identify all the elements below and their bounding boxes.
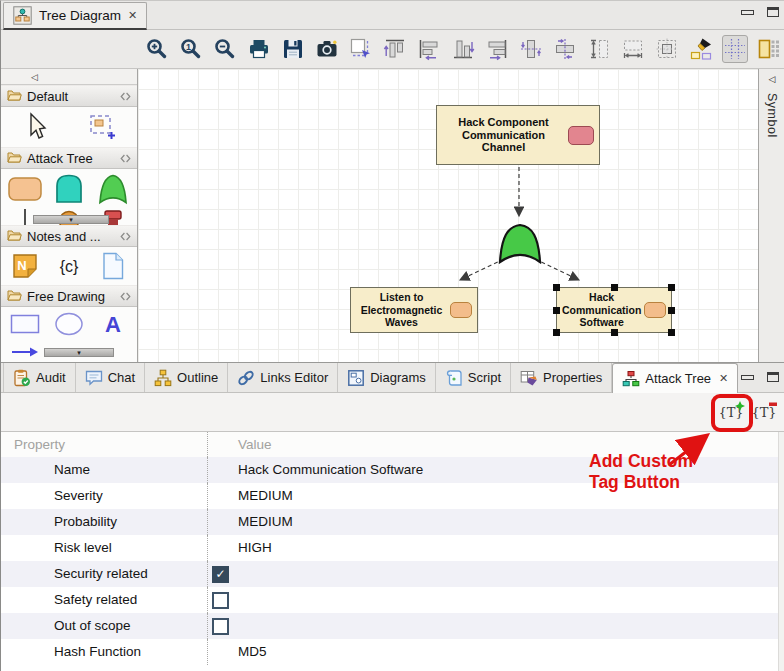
marquee-tool[interactable] xyxy=(69,112,135,142)
value-text: MEDIUM xyxy=(238,509,293,535)
match-height-icon[interactable] xyxy=(586,35,612,63)
palette-section-label: Free Drawing xyxy=(27,289,105,304)
constraint-tool[interactable]: {c} xyxy=(47,253,91,279)
tab-tree-diagram[interactable]: Tree Diagram ✕ xyxy=(3,2,147,30)
maximize-icon[interactable] xyxy=(767,372,779,382)
outline-mode-icon[interactable] xyxy=(756,35,782,63)
selection-handle[interactable] xyxy=(611,284,618,291)
remove-tag-button[interactable]: {T} xyxy=(750,398,782,426)
or-gate-tool[interactable] xyxy=(91,173,135,205)
selection-handle[interactable] xyxy=(553,329,560,336)
close-icon[interactable]: ✕ xyxy=(128,9,137,22)
node-hack-component-communication-channel[interactable]: Hack Component Communication Channel xyxy=(436,105,600,165)
or-gate-node[interactable] xyxy=(498,222,542,268)
checkbox-unchecked[interactable] xyxy=(212,592,229,609)
symbol-collapsed-panel[interactable]: ◁ Symbol xyxy=(758,69,784,362)
text-tool[interactable]: A xyxy=(91,311,135,337)
snap-to-grid-icon[interactable] xyxy=(654,35,680,63)
maximize-icon[interactable] xyxy=(767,7,779,17)
selection-handle[interactable] xyxy=(611,329,618,336)
palette-section-header[interactable]: Default xyxy=(1,85,137,107)
minimize-icon[interactable] xyxy=(741,10,754,15)
tab-attack-tree[interactable]: Attack Tree✕ xyxy=(612,363,738,393)
editor-body: ◁ DefaultAttack Tree▾Notes and ...N{c}Fr… xyxy=(1,68,784,362)
align-right-icon[interactable] xyxy=(484,35,510,63)
tab-close-icon[interactable]: ✕ xyxy=(719,372,728,385)
palette-section-label: Attack Tree xyxy=(27,151,93,166)
checkbox-unchecked[interactable] xyxy=(212,618,229,635)
pin-icon[interactable] xyxy=(120,232,131,241)
tab-label: Script xyxy=(468,370,501,385)
marquee-select-icon[interactable] xyxy=(348,35,374,63)
palette-row: A xyxy=(1,307,137,341)
column-header-value[interactable]: Value xyxy=(208,432,784,457)
palette-section-header[interactable]: Attack Tree xyxy=(1,147,137,169)
tab-properties[interactable]: Properties xyxy=(511,363,612,392)
tab-audit[interactable]: Audit xyxy=(3,363,76,392)
match-width-icon[interactable] xyxy=(620,35,646,63)
tab-diagrams[interactable]: Diagrams xyxy=(338,363,436,392)
screenshot-icon[interactable] xyxy=(314,35,340,63)
connection-tool[interactable] xyxy=(11,345,39,359)
node-label: Hack Component Communication Channel xyxy=(442,116,565,155)
pin-icon[interactable] xyxy=(120,92,131,101)
tab-chat[interactable]: Chat xyxy=(76,363,145,392)
tab-outline[interactable]: Outline xyxy=(145,363,228,392)
tab-links-editor[interactable]: Links Editor xyxy=(228,363,338,392)
palette-section-scrollbar[interactable]: ▾ xyxy=(33,215,109,224)
table-v-scrollbar[interactable] xyxy=(778,432,784,671)
selection-handle[interactable] xyxy=(553,307,560,314)
property-cell: Probability xyxy=(1,509,208,535)
align-bottom-icon[interactable] xyxy=(450,35,476,63)
palette-overflow-row: ▾ xyxy=(1,209,137,225)
ellipse-tool[interactable] xyxy=(47,311,91,337)
value-cell: HIGH xyxy=(208,535,784,561)
collapse-left-icon[interactable]: ◁ xyxy=(31,72,38,82)
document-tool[interactable] xyxy=(91,251,135,281)
svg-text:1: 1 xyxy=(186,42,191,52)
column-header-property[interactable]: Property xyxy=(1,432,208,457)
grid-toggle-icon[interactable] xyxy=(722,35,748,63)
and-gate-tool[interactable] xyxy=(47,173,91,205)
center-horizontally-icon[interactable] xyxy=(552,35,578,63)
value-cell: MEDIUM xyxy=(208,509,784,535)
node-tool[interactable] xyxy=(3,174,47,204)
node-badge xyxy=(450,302,472,318)
rectangle-tool[interactable] xyxy=(3,312,47,336)
palette-row xyxy=(1,169,137,209)
tab-script[interactable]: Script xyxy=(436,363,511,392)
minimize-icon[interactable] xyxy=(741,375,754,380)
pin-icon[interactable] xyxy=(120,154,131,163)
selection-handle[interactable] xyxy=(668,307,675,314)
align-top-icon[interactable] xyxy=(382,35,408,63)
save-icon[interactable] xyxy=(280,35,306,63)
zoom-out-icon[interactable] xyxy=(212,35,238,63)
select-tool[interactable] xyxy=(3,111,69,143)
diagram-canvas[interactable]: Hack Component Communication Channel Lis… xyxy=(138,69,758,362)
selection-handle[interactable] xyxy=(668,329,675,336)
tab-label: Audit xyxy=(36,370,66,385)
value-cell xyxy=(208,587,784,613)
palette-collapse-bar[interactable]: ◁ xyxy=(1,69,137,85)
zoom-in-icon[interactable] xyxy=(144,35,170,63)
property-table: Property Value NameHack Communication So… xyxy=(1,431,784,671)
editor-tab-bar: Tree Diagram ✕ xyxy=(1,1,784,30)
palette-h-scrollbar[interactable]: ▾ xyxy=(44,348,114,357)
selection-handle[interactable] xyxy=(668,284,675,291)
center-vertically-icon[interactable] xyxy=(518,35,544,63)
pin-icon[interactable] xyxy=(120,292,131,301)
palette-section-header[interactable]: Free Drawing xyxy=(1,285,137,307)
node-listen-to-electromagnetic-waves[interactable]: Listen to Electromagnetic Waves xyxy=(350,287,478,333)
zoom-original-icon[interactable]: 1 xyxy=(178,35,204,63)
selection-handle[interactable] xyxy=(553,284,560,291)
note-tool[interactable]: N xyxy=(3,252,47,280)
format-painter-icon[interactable] xyxy=(688,35,714,63)
add-custom-tag-button[interactable]: {T} xyxy=(717,398,749,426)
align-left-icon[interactable] xyxy=(416,35,442,63)
node-hack-communication-software[interactable]: Hack Communication Software xyxy=(556,287,672,333)
checkbox-checked[interactable]: ✓ xyxy=(212,566,229,583)
symbol-panel-label[interactable]: Symbol xyxy=(765,93,779,138)
print-icon[interactable] xyxy=(246,35,272,63)
expand-left-icon[interactable]: ◁ xyxy=(769,74,776,84)
palette-section-header[interactable]: Notes and ... xyxy=(1,225,137,247)
